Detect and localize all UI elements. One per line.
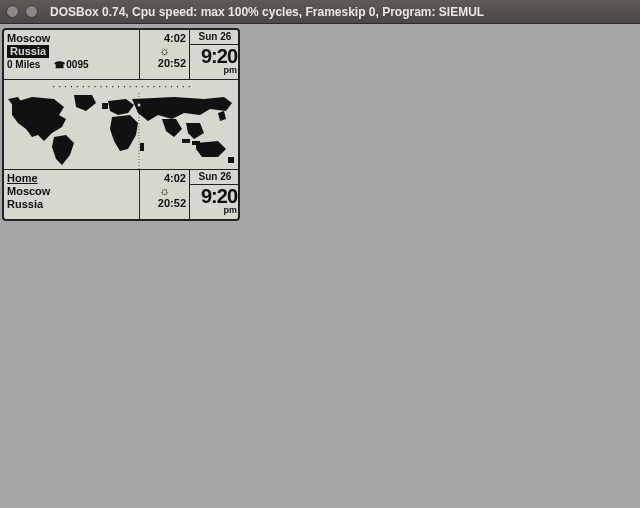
- world-map-icon[interactable]: [4, 93, 238, 169]
- world-clock-panel: Moscow Russia 0 Miles ☎0095 4:02 ☼ 20:52…: [2, 28, 240, 221]
- sunset-time-top: 20:52: [143, 57, 186, 70]
- remote-city-cell[interactable]: Moscow Russia 0 Miles ☎0095: [4, 30, 140, 79]
- remote-time: 9:20: [193, 46, 237, 66]
- home-sun-cell: 4:02 ☼ 20:52: [140, 170, 190, 219]
- svg-point-2: [137, 103, 141, 107]
- remote-time-cell: Sun 26 9:20 pm: [190, 30, 240, 79]
- distance-label: 0 Miles: [7, 59, 40, 70]
- phone-icon: ☎: [54, 60, 65, 70]
- home-city-name: Moscow: [7, 185, 136, 198]
- close-icon[interactable]: [6, 5, 19, 18]
- home-label: Home: [7, 172, 136, 185]
- home-time-cell: Sun 26 9:20 pm: [190, 170, 240, 219]
- remote-country-name: Russia: [7, 45, 49, 58]
- remote-sun-cell: 4:02 ☼ 20:52: [140, 30, 190, 79]
- dial-prefix: 0095: [66, 59, 88, 70]
- remote-city-row: Moscow Russia 0 Miles ☎0095 4:02 ☼ 20:52…: [4, 30, 238, 80]
- content-area: Moscow Russia 0 Miles ☎0095 4:02 ☼ 20:52…: [0, 24, 640, 508]
- minimize-icon[interactable]: [25, 5, 38, 18]
- home-day: Sun 26: [190, 170, 240, 185]
- sun-icon: ☼: [143, 185, 186, 197]
- timezone-ticks-top: · · · · · · · · · · · · · · · · · · · · …: [4, 80, 240, 93]
- world-map-row: · · · · · · · · · · · · · · · · · · · · …: [4, 80, 238, 170]
- home-country-name: Russia: [7, 198, 136, 211]
- sun-icon: ☼: [143, 45, 186, 57]
- window-titlebar: DOSBox 0.74, Cpu speed: max 100% cycles,…: [0, 0, 640, 24]
- remote-day: Sun 26: [190, 30, 240, 45]
- home-city-row: Home Moscow Russia 4:02 ☼ 20:52 Sun 26 9…: [4, 170, 238, 219]
- remote-city-name: Moscow: [7, 32, 136, 45]
- home-city-cell[interactable]: Home Moscow Russia: [4, 170, 140, 219]
- home-time: 9:20: [193, 186, 237, 206]
- sunset-time-bottom: 20:52: [143, 197, 186, 210]
- window-title: DOSBox 0.74, Cpu speed: max 100% cycles,…: [50, 5, 484, 19]
